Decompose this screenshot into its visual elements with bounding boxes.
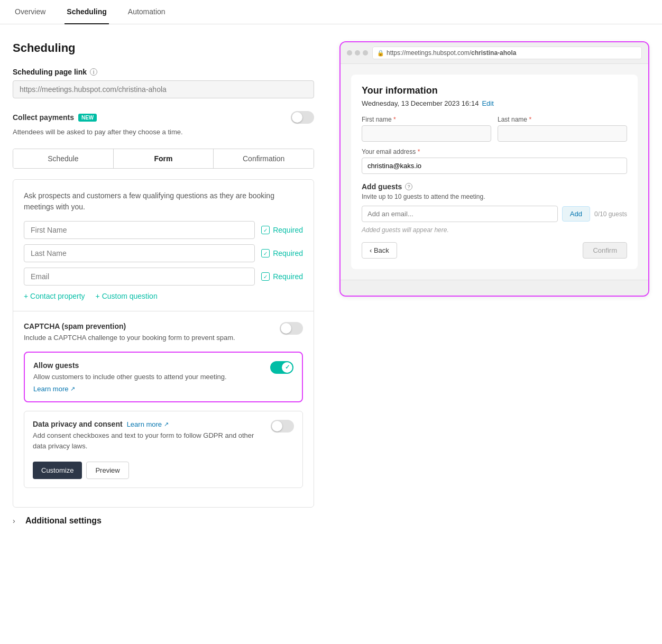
tab-schedule[interactable]: Schedule [13,149,114,168]
email-label: Your email address * [362,148,627,155]
scheduling-link-input[interactable] [13,80,314,98]
form-field-row-email: ✓ Required [24,268,303,286]
check-icon-firstname: ✓ [261,226,270,234]
browser-first-name-input[interactable] [362,125,491,142]
captcha-toggle[interactable] [280,322,303,335]
email-required: ✓ Required [261,272,303,281]
section-divider-1 [13,311,314,311]
allow-guests-row: Allow guests Allow customers to include … [33,361,293,393]
check-icon-email: ✓ [261,272,270,281]
main-layout: Scheduling Scheduling page link i Collec… [0,24,662,551]
captcha-row: CAPTCHA (spam prevention) Include a CAPT… [24,322,303,343]
browser-footer [341,280,648,296]
add-guest-button[interactable]: Add [562,206,590,222]
data-privacy-toggle[interactable] [271,420,294,433]
additional-settings-title: Additional settings [25,516,102,526]
preview-button[interactable]: Preview [86,462,128,479]
first-name-field[interactable] [24,221,255,239]
left-panel: Scheduling Scheduling page link i Collec… [13,41,314,534]
confirm-button[interactable]: Confirm [583,242,627,259]
first-name-group: First name * [362,116,491,142]
browser-last-name-input[interactable] [498,125,627,142]
address-text: https://meetings.hubspot.com/christina-a… [387,49,516,57]
email-field[interactable] [24,268,255,286]
browser-dot-3 [363,50,368,56]
add-contact-property-link[interactable]: + Contact property [24,292,85,300]
browser-content: Your information Wednesday, 13 December … [341,64,648,280]
add-custom-question-link[interactable]: + Custom question [96,292,158,300]
allow-guests-section: Allow guests Allow customers to include … [24,352,303,403]
guests-info-icon: ? [405,183,412,190]
browser-mockup: 🔒 https://meetings.hubspot.com/christina… [339,41,649,297]
allow-guests-learn-more[interactable]: Learn more ↗ [33,385,264,393]
add-links: + Contact property + Custom question [24,292,303,300]
guests-placeholder: Added guests will appear here. [362,226,627,234]
first-name-required: ✓ Required [261,226,303,234]
nav-item-automation[interactable]: Automation [126,0,168,24]
toggle-knob [282,362,292,373]
right-panel: 🔒 https://meetings.hubspot.com/christina… [339,41,649,297]
back-button[interactable]: ‹ Back [362,242,397,259]
name-fields-row: First name * Last name * [362,116,627,142]
form-section: Ask prospects and customers a few qualif… [13,179,314,508]
captcha-desc: Include a CAPTCHA challenge to your book… [24,333,273,343]
data-privacy-title: Data privacy and consent [33,420,123,428]
tab-group: Schedule Form Confirmation [13,149,314,169]
browser-address-bar: 🔒 https://meetings.hubspot.com/christina… [372,47,642,59]
nav-item-scheduling[interactable]: Scheduling [65,0,108,24]
data-privacy-desc: Add consent checkboxes and text to your … [33,430,264,451]
top-nav: Overview Scheduling Automation [0,0,662,24]
last-name-required: ✓ Required [261,249,303,257]
add-email-input[interactable] [362,206,558,222]
first-name-label: First name * [362,116,491,123]
collect-payments-row: Collect payments NEW [13,111,314,124]
guests-subtitle: Invite up to 10 guests to attend the mee… [362,193,627,200]
meeting-form-footer: ‹ Back Confirm [362,242,627,259]
attendees-text: Attendees will be asked to pay after the… [13,128,314,136]
last-name-field[interactable] [24,244,255,262]
last-name-star: * [529,116,531,123]
browser-dot-1 [347,50,352,56]
captcha-title: CAPTCHA (spam prevention) [24,322,273,330]
allow-guests-toggle[interactable] [270,361,293,374]
browser-dot-2 [355,50,360,56]
data-privacy-learn-more[interactable]: Learn more ↗ [127,420,169,428]
captcha-section: CAPTCHA (spam prevention) Include a CAPT… [24,320,303,343]
tab-confirmation[interactable]: Confirmation [214,149,314,168]
customize-button[interactable]: Customize [33,462,82,479]
meeting-form: Your information Wednesday, 13 December … [351,75,638,269]
email-star: * [418,148,420,155]
last-name-label: Last name * [498,116,627,123]
collect-payments-label: Collect payments NEW [13,113,97,122]
lock-icon: 🔒 [377,50,384,57]
edit-link[interactable]: Edit [482,99,493,107]
scheduling-link-info-icon[interactable]: i [90,68,97,76]
collect-payments-toggle[interactable] [291,111,314,124]
scheduling-link-label: Scheduling page link i [13,68,314,76]
meeting-datetime: Wednesday, 13 December 2023 16:14 Edit [362,99,627,107]
external-link-icon-2: ↗ [164,421,169,428]
new-badge: NEW [78,114,97,122]
external-link-icon-1: ↗ [70,385,75,392]
nav-item-overview[interactable]: Overview [13,0,48,24]
form-field-row-lastname: ✓ Required [24,244,303,262]
first-name-star: * [393,116,396,123]
chevron-right-icon: › [13,517,21,525]
browser-dots [347,50,368,56]
form-field-row-firstname: ✓ Required [24,221,303,239]
allow-guests-desc: Allow customers to include other guests … [33,372,264,382]
data-privacy-section: Data privacy and consent Learn more ↗ Ad… [24,411,303,488]
tab-form[interactable]: Form [114,149,214,168]
check-icon-lastname: ✓ [261,249,270,257]
additional-settings[interactable]: › Additional settings [13,508,314,534]
data-privacy-btn-row: Customize Preview [33,462,294,479]
email-group: Your email address * [362,148,627,174]
data-privacy-title-row: Data privacy and consent Learn more ↗ [33,420,264,428]
data-privacy-row: Data privacy and consent Learn more ↗ Ad… [33,420,294,457]
allow-guests-content: Allow guests Allow customers to include … [33,361,264,393]
browser-chrome: 🔒 https://meetings.hubspot.com/christina… [341,42,648,64]
browser-email-input[interactable] [362,158,627,174]
email-add-row: Add 0/10 guests [362,206,627,222]
last-name-group: Last name * [498,116,627,142]
guests-count: 0/10 guests [594,210,627,218]
